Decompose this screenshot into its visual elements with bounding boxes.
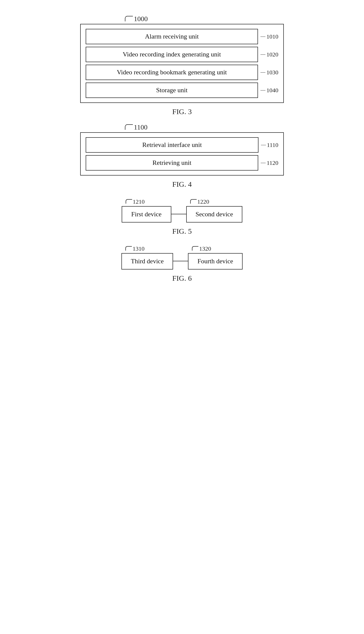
fig3-row-2: Video recording index generating unit 10… xyxy=(86,47,278,62)
fig3-outer-box: Alarm receiving unit 1010 Video recordin… xyxy=(80,24,284,103)
retrieval-interface-unit-box: Retrieval interface unit xyxy=(86,137,258,153)
video-recording-bookmark-box: Video recording bookmark generating unit xyxy=(86,65,258,80)
storage-unit-box: Storage unit xyxy=(86,83,258,98)
fig5-caption: FIG. 5 xyxy=(172,227,192,236)
fig4-caption: FIG. 4 xyxy=(172,180,192,188)
fig3-row-4: Storage unit 1040 xyxy=(86,83,278,98)
fig4-section: 1100 Retrieval interface unit 1110 Retri… xyxy=(70,123,294,188)
fig4-row-2: Retrieving unit 1120 xyxy=(86,155,278,170)
second-device-box: Second device xyxy=(186,206,242,223)
retrieving-unit-box: Retrieving unit xyxy=(86,155,258,170)
fig3-ref-1040: 1040 xyxy=(260,87,278,94)
third-device-box: Third device xyxy=(122,253,173,270)
fig5-device-group-1: 1210 First device xyxy=(122,198,171,223)
fig6-device-group-2: 1320 Fourth device xyxy=(188,245,242,270)
fig3-row-3: Video recording bookmark generating unit… xyxy=(86,65,278,80)
fig6-devices-row: 1310 Third device 1320 Fourth device xyxy=(122,245,242,270)
first-device-box: First device xyxy=(122,206,171,223)
fig4-top-ref: 1100 xyxy=(134,123,148,131)
fig3-caption: FIG. 3 xyxy=(172,107,192,116)
fig6-ref-1320: 1320 xyxy=(199,245,211,252)
fig6-caption: FIG. 6 xyxy=(172,274,192,282)
fig5-section: 1210 First device 1220 Second device FIG… xyxy=(70,196,294,236)
video-recording-index-box: Video recording index generating unit xyxy=(86,47,258,62)
fig3-ref-1020: 1020 xyxy=(260,51,278,58)
alarm-receiving-unit-box: Alarm receiving unit xyxy=(86,29,258,44)
fig5-ref-1210: 1210 xyxy=(133,198,145,205)
fig4-outer-box: Retrieval interface unit 1110 Retrieving… xyxy=(80,132,284,175)
fig5-ref-1220: 1220 xyxy=(198,198,209,205)
fig6-section: 1310 Third device 1320 Fourth device FIG… xyxy=(70,243,294,282)
fig3-row-1: Alarm receiving unit 1010 xyxy=(86,29,278,44)
fig3-section: 1000 Alarm receiving unit 1010 Video rec… xyxy=(70,15,294,116)
fig6-connector xyxy=(173,261,188,261)
fig3-top-ref: 1000 xyxy=(134,15,148,23)
fourth-device-box: Fourth device xyxy=(188,253,242,270)
fig5-device-group-2: 1220 Second device xyxy=(186,198,242,223)
page-container: 1000 Alarm receiving unit 1010 Video rec… xyxy=(70,15,294,290)
fig5-connector xyxy=(171,214,186,214)
fig4-ref-1110: 1110 xyxy=(261,142,278,148)
fig5-devices-row: 1210 First device 1220 Second device xyxy=(122,198,242,223)
fig4-row-1: Retrieval interface unit 1110 xyxy=(86,137,278,153)
fig6-device-group-1: 1310 Third device xyxy=(122,245,173,270)
fig3-ref-1010: 1010 xyxy=(260,33,278,40)
fig6-ref-1310: 1310 xyxy=(132,245,144,252)
fig4-ref-1120: 1120 xyxy=(261,160,278,166)
fig3-ref-1030: 1030 xyxy=(260,69,278,76)
